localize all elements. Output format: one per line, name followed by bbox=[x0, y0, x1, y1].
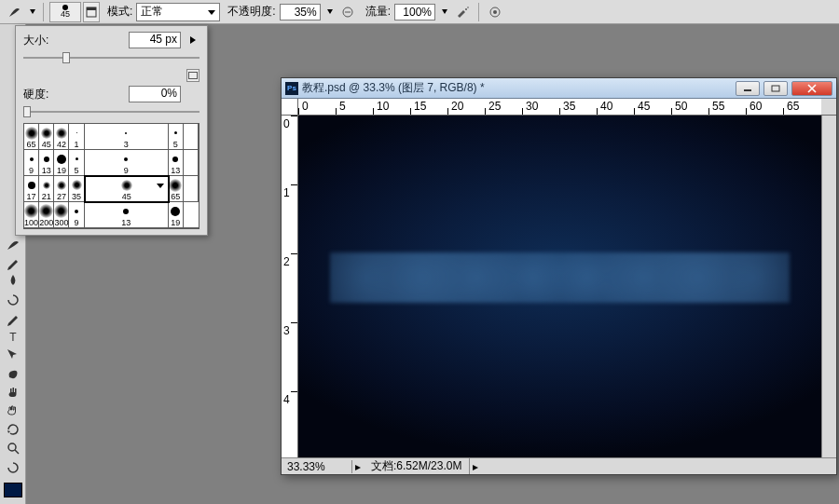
flow-dropdown-icon[interactable] bbox=[439, 4, 450, 20]
svg-point-3 bbox=[465, 8, 467, 10]
shape-tool[interactable] bbox=[3, 364, 23, 383]
opacity-input[interactable]: 35% bbox=[280, 4, 321, 20]
vertical-ruler[interactable]: 01234 bbox=[282, 116, 298, 457]
airbrush-icon[interactable] bbox=[452, 2, 473, 22]
hardness-input[interactable]: 0% bbox=[129, 86, 181, 102]
brush-preset-grid: 6545421359131959131721273545651002003009… bbox=[23, 123, 199, 229]
type-tool[interactable]: T bbox=[3, 327, 23, 346]
brush-preset-cell[interactable]: 9 bbox=[85, 150, 169, 176]
brush-preset-cell[interactable]: 45 bbox=[85, 176, 169, 202]
svg-rect-10 bbox=[772, 86, 779, 91]
brush-preset-cell[interactable]: 65 bbox=[169, 176, 184, 202]
brush-preset-cell[interactable]: 13 bbox=[39, 150, 54, 176]
status-dropdown-icon[interactable]: ▸ bbox=[352, 460, 364, 473]
tool-preset-picker[interactable] bbox=[4, 2, 26, 22]
brush-preset-cell[interactable]: 200 bbox=[39, 202, 54, 228]
tool-preset-dropdown-icon[interactable] bbox=[28, 2, 37, 22]
options-bar: 45 模式: 正常 不透明度: 35% 流量: 100% bbox=[0, 0, 839, 24]
size-slider[interactable] bbox=[23, 52, 199, 63]
vertical-scrollbar[interactable] bbox=[821, 116, 836, 457]
status-arrow-icon[interactable]: ▸ bbox=[470, 460, 481, 473]
svg-point-8 bbox=[8, 443, 16, 451]
svg-rect-1 bbox=[87, 7, 96, 10]
bucket-tool[interactable] bbox=[3, 271, 23, 290]
brush-preset-cell[interactable]: 27 bbox=[54, 176, 69, 202]
svg-point-6 bbox=[493, 10, 497, 14]
flow-label: 流量: bbox=[365, 4, 391, 20]
new-preset-icon[interactable] bbox=[186, 69, 199, 82]
flyout-icon[interactable] bbox=[186, 34, 199, 47]
size-input[interactable]: 45 px bbox=[129, 32, 181, 48]
brush-preset-cell[interactable]: 17 bbox=[24, 176, 39, 202]
document-title: 教程.psd @ 33.3% (图层 7, RGB/8) * bbox=[302, 80, 732, 96]
svg-text:T: T bbox=[9, 331, 17, 344]
rotate-tool[interactable] bbox=[3, 420, 23, 439]
document-window: Ps 教程.psd @ 33.3% (图层 7, RGB/8) * 051015… bbox=[281, 77, 837, 475]
brush-preset-cell[interactable]: 100 bbox=[24, 202, 39, 228]
brush-preset-cell[interactable]: 5 bbox=[169, 124, 184, 150]
patch-tool[interactable] bbox=[3, 457, 23, 476]
brush-preset-cell[interactable]: 9 bbox=[69, 202, 84, 228]
opacity-dropdown-icon[interactable] bbox=[324, 4, 336, 20]
close-button[interactable] bbox=[791, 81, 832, 96]
tablet-pressure-opacity-icon[interactable] bbox=[337, 2, 358, 22]
hardness-slider[interactable] bbox=[23, 106, 199, 117]
zoom-level[interactable]: 33.33% bbox=[282, 460, 352, 473]
doc-info[interactable]: 文档:6.52M/23.0M bbox=[364, 458, 470, 474]
minimize-button[interactable] bbox=[736, 81, 760, 96]
svg-point-4 bbox=[467, 7, 469, 8]
foreground-color-swatch[interactable] bbox=[4, 483, 22, 497]
document-titlebar[interactable]: Ps 教程.psd @ 33.3% (图层 7, RGB/8) * bbox=[282, 78, 836, 99]
size-label: 大小: bbox=[23, 33, 55, 48]
brush-preset-picker[interactable]: 45 bbox=[49, 2, 81, 22]
horizontal-ruler[interactable]: 05101520253035404550556065 bbox=[298, 99, 821, 116]
brush-preset-cell[interactable]: 9 bbox=[24, 150, 39, 176]
opacity-label: 不透明度: bbox=[227, 4, 275, 20]
zoom-tool[interactable] bbox=[3, 439, 23, 457]
eraser-tool[interactable] bbox=[3, 308, 23, 327]
brush-preset-cell[interactable]: 42 bbox=[54, 124, 69, 150]
brush-preset-cell[interactable]: 35 bbox=[69, 176, 84, 202]
canvas[interactable] bbox=[298, 116, 821, 457]
brush-preset-cell bbox=[184, 176, 199, 202]
status-bar: 33.33% ▸ 文档:6.52M/23.0M ▸ bbox=[282, 457, 836, 474]
brush-panel-toggle[interactable] bbox=[83, 2, 100, 22]
brush-preset-cell[interactable]: 1 bbox=[69, 124, 84, 150]
pencil-tool[interactable] bbox=[3, 252, 23, 271]
canvas-content bbox=[330, 252, 791, 303]
brush-preset-panel: 大小: 45 px 硬度: 0% 65454213591319591317212… bbox=[15, 25, 208, 236]
hardness-label: 硬度: bbox=[23, 87, 55, 102]
brush-preset-cell[interactable]: 3 bbox=[85, 124, 169, 150]
brush-preset-cell bbox=[184, 150, 199, 176]
mixer-tool[interactable] bbox=[3, 290, 23, 308]
brush-preset-cell[interactable]: 5 bbox=[69, 150, 84, 176]
grab-tool[interactable] bbox=[3, 402, 23, 420]
hand-tool[interactable] bbox=[3, 383, 23, 402]
brush-preset-cell[interactable]: 21 bbox=[39, 176, 54, 202]
brush-tool[interactable] bbox=[3, 234, 23, 252]
ruler-origin[interactable] bbox=[282, 99, 298, 116]
brush-size-indicator: 45 bbox=[61, 10, 70, 19]
brush-preset-cell[interactable]: 13 bbox=[85, 202, 169, 228]
tablet-pressure-size-icon[interactable] bbox=[485, 2, 505, 22]
brush-preset-cell[interactable]: 45 bbox=[39, 124, 54, 150]
path-tool[interactable] bbox=[3, 346, 23, 364]
flow-input[interactable]: 100% bbox=[394, 4, 435, 20]
brush-preset-cell[interactable]: 13 bbox=[169, 150, 184, 176]
brush-preset-cell[interactable]: 19 bbox=[169, 202, 184, 228]
svg-rect-9 bbox=[744, 89, 751, 91]
canvas-area[interactable] bbox=[298, 116, 821, 457]
brush-preset-cell[interactable]: 65 bbox=[24, 124, 39, 150]
brush-preset-cell[interactable]: 19 bbox=[54, 150, 69, 176]
mode-label: 模式: bbox=[107, 4, 132, 20]
brush-preset-cell bbox=[184, 202, 199, 228]
maximize-button[interactable] bbox=[763, 81, 788, 96]
ps-icon: Ps bbox=[285, 82, 298, 95]
blend-mode-select[interactable]: 正常 bbox=[136, 3, 220, 21]
brush-preset-cell[interactable]: 300 bbox=[54, 202, 69, 228]
brush-preset-cell bbox=[184, 124, 199, 150]
